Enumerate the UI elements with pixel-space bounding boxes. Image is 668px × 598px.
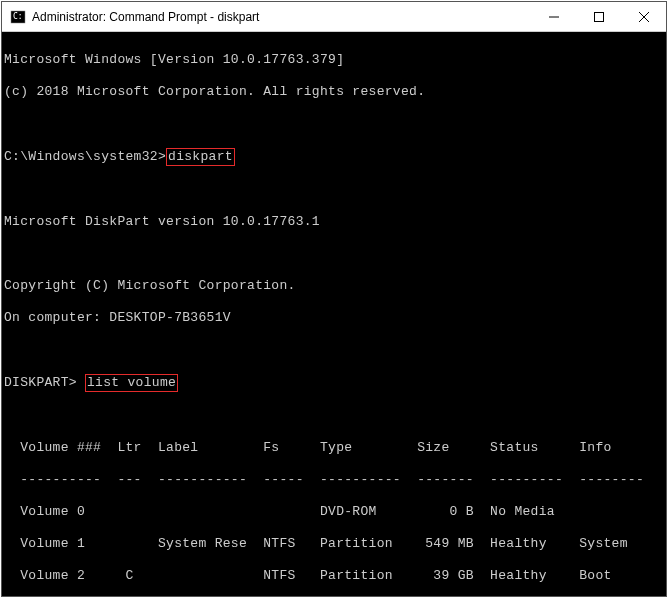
prompt: DISKPART> <box>4 375 85 390</box>
prompt: C:\Windows\system32> <box>4 149 166 164</box>
table-header: Volume ### Ltr Label Fs Type Size Status… <box>4 440 664 456</box>
window-title: Administrator: Command Prompt - diskpart <box>32 10 531 24</box>
output-line: Copyright (C) Microsoft Corporation. <box>4 278 664 294</box>
output-line: On computer: DESKTOP-7B3651V <box>4 310 664 326</box>
table-row: Volume 0 DVD-ROM 0 B No Media <box>4 504 664 520</box>
maximize-button[interactable] <box>576 2 621 31</box>
command-prompt-window: C: Administrator: Command Prompt - diskp… <box>1 1 667 597</box>
table-row: Volume 1 System Rese NTFS Partition 549 … <box>4 536 664 552</box>
window-controls <box>531 2 666 31</box>
cmd-icon: C: <box>10 9 26 25</box>
table-divider: ---------- --- ----------- ----- -------… <box>4 472 664 488</box>
output-line: Microsoft DiskPart version 10.0.17763.1 <box>4 214 664 230</box>
minimize-button[interactable] <box>531 2 576 31</box>
close-button[interactable] <box>621 2 666 31</box>
command-highlight: list volume <box>85 374 178 392</box>
svg-rect-3 <box>594 12 603 21</box>
terminal-output[interactable]: Microsoft Windows [Version 10.0.17763.37… <box>2 32 666 596</box>
output-line: Microsoft Windows [Version 10.0.17763.37… <box>4 52 664 68</box>
command-highlight: diskpart <box>166 148 235 166</box>
table-row: Volume 2 C NTFS Partition 39 GB Healthy … <box>4 568 664 584</box>
svg-text:C:: C: <box>13 12 23 21</box>
output-line: (c) 2018 Microsoft Corporation. All righ… <box>4 84 664 100</box>
titlebar[interactable]: C: Administrator: Command Prompt - diskp… <box>2 2 666 32</box>
